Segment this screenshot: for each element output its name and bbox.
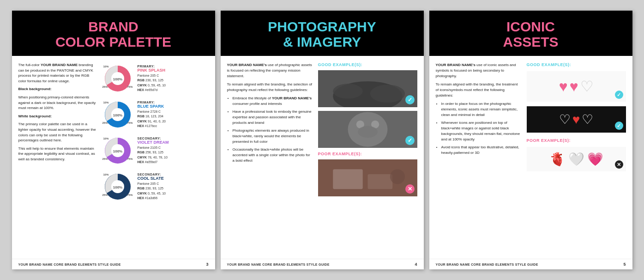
iconic-bullet-2: Whenever icons are positioned on top of … xyxy=(441,120,521,142)
bullet-2: Have a professional look to embody the g… xyxy=(233,109,313,126)
check-overlay-2: ✓ xyxy=(615,122,623,130)
color-cool-slate: 100% 10% 25% 75% SECONDARY: COOL SLATE P… xyxy=(102,170,209,203)
page-3-left-text: YOUR BRAND NAME's use of iconic assets a… xyxy=(436,62,521,252)
check-badge-1: ✓ xyxy=(405,95,415,104)
pie-pink: 100% 10% 25% 75% xyxy=(102,62,134,95)
color-info-slate: SECONDARY: COOL SLATE Pantone 205 C RGB … xyxy=(138,173,209,201)
good-label-2: GOOD EXAMPLE(S): xyxy=(318,62,417,67)
page-num-1: 3 xyxy=(206,262,208,267)
page-2-title: PHOTOGRAPHY& IMAGERY xyxy=(230,19,415,49)
heart-red-icon: ♥ xyxy=(572,112,580,127)
page-num-2: 4 xyxy=(415,262,417,267)
page-2-header: PHOTOGRAPHY& IMAGERY xyxy=(221,11,424,56)
pie-label-10b: 10% xyxy=(103,101,109,104)
pie-label-25b: 25% xyxy=(102,122,108,124)
iconic-bullets: In order to place focus on the photograp… xyxy=(441,101,521,156)
photo-cat: ✓ xyxy=(318,111,417,148)
color-name-slate: COOL SLATE xyxy=(138,176,209,181)
pie-label-25c: 25% xyxy=(102,158,108,160)
poor-examples-label-3: POOR EXAMPLE(S): xyxy=(527,138,626,144)
color-blue-spark: 100% 10% 25% 75% PRIMARY: BLUE SPARK Pan… xyxy=(102,98,209,131)
good-hearts-block: ♥ ♥ ♡ ✓ xyxy=(527,71,626,102)
color-name-blue: BLUE SPARK xyxy=(138,104,209,109)
photo-table-block: ✕ xyxy=(318,159,417,196)
bullet-1: Embrace the lifestyle of YOUR BRAND NAME… xyxy=(233,96,313,107)
pie-label-10c: 10% xyxy=(103,137,109,140)
page-num-3: 5 xyxy=(623,262,626,267)
dark-hearts-block: ♡ ♥ ♡ ✓ xyxy=(527,106,626,133)
pie-label-75: 75% xyxy=(127,85,132,88)
color-info-violet: SECONDARY: VIOLET DREAM Pantone 2105 C R… xyxy=(138,137,209,165)
svg-text:100%: 100% xyxy=(113,185,122,189)
svg-rect-22 xyxy=(333,169,363,189)
color-violet-dream: 100% 10% 25% 75% SECONDARY: VIOLET DREAM… xyxy=(102,134,209,167)
svg-point-20 xyxy=(358,126,378,138)
page-2-body: YOUR BRAND NAME's use of photographic as… xyxy=(221,56,424,259)
page-3-body: YOUR BRAND NAME's use of iconic assets a… xyxy=(429,56,632,259)
color-label-primary-2: PRIMARY: xyxy=(138,101,209,104)
pages-container: BRAND COLOR PALETTE The full-color YOUR … xyxy=(12,11,632,269)
iconic-para2: To remain aligned with the branding, the… xyxy=(436,82,521,98)
svg-point-24 xyxy=(390,169,404,184)
page-3-header: ICONICASSETS xyxy=(429,11,632,56)
color-details-blue: Pantone 2728 C RGB 18, 123, 204 CMYK 91,… xyxy=(138,110,209,129)
black-bg-text: When positioning primary-colored element… xyxy=(18,95,97,111)
photo-hands-block: ✓ xyxy=(318,70,417,107)
footer-text-1: YOUR BRAND NAME CORE BRAND ELEMENTS STYL… xyxy=(18,263,121,266)
page-3: ICONICASSETS YOUR BRAND NAME's use of ic… xyxy=(429,11,632,269)
x-badge-1: ✕ xyxy=(405,184,415,194)
footer-text-3: YOUR BRAND NAME CORE BRAND ELEMENTS STYL… xyxy=(436,263,538,266)
poor-examples-label-2: POOR EXAMPLE(S): xyxy=(318,152,417,158)
page-3-footer: YOUR BRAND NAME CORE BRAND ELEMENTS STYL… xyxy=(429,259,632,269)
good-examples-label-3: GOOD EXAMPLE(S): xyxy=(527,62,626,68)
page-3-title: ICONICASSETS xyxy=(439,19,623,49)
color-name-pink: PINK SPLASH xyxy=(138,68,209,73)
color-label-secondary-1: SECONDARY: xyxy=(138,137,209,140)
black-bg-title: Black background: xyxy=(18,86,97,92)
iconic-intro: YOUR BRAND NAME's use of iconic assets a… xyxy=(436,62,521,79)
svg-rect-23 xyxy=(367,174,392,189)
heart-white-icon-2: ♡ xyxy=(582,112,593,127)
pie-violet: 100% 10% 25% 75% xyxy=(102,134,134,167)
page-2: PHOTOGRAPHY& IMAGERY YOUR BRAND NAME's u… xyxy=(221,11,424,269)
pie-label-10: 10% xyxy=(103,65,109,68)
color-swatches: 100% 10% 25% 75% PRIMARY: PINK SPLASH Pa… xyxy=(102,62,209,252)
heart-outline-icon: ♡ xyxy=(580,78,594,95)
iconic-bullet-3: Avoid icons that appear too illustrative… xyxy=(441,145,521,156)
heart-solid-icon-1: ♥ xyxy=(559,78,568,95)
page-2-right: GOOD EXAMPLE(S): ✓ xyxy=(318,62,417,252)
detailed-icon-2: 🤍 xyxy=(568,152,584,167)
poor-label-2: POOR EXAMPLE(S): xyxy=(318,152,417,156)
page-3-right: GOOD EXAMPLE(S): ♥ ♥ ♡ ✓ ♡ ♥ ♡ ✓ PO xyxy=(527,62,626,252)
photography-intro: YOUR BRAND NAME's use of photographic as… xyxy=(227,62,313,79)
color-details-pink: Pantone 205 C RGB 230, 93, 125 CMYK 0, 5… xyxy=(138,73,209,93)
detailed-icon-3: 💗 xyxy=(587,152,603,167)
heart-solid-icon-2: ♥ xyxy=(570,78,578,95)
color-name-violet: VIOLET DREAM xyxy=(138,140,209,145)
good-label-3: GOOD EXAMPLE(S): xyxy=(527,62,626,67)
poor-icons-block: 🫀 🤍 💗 ✕ xyxy=(527,147,626,171)
color-label-secondary-2: SECONDARY: xyxy=(138,173,209,176)
page-1-title: BRAND COLOR PALETTE xyxy=(21,19,206,49)
page-1-footer: YOUR BRAND NAME CORE BRAND ELEMENTS STYL… xyxy=(12,259,215,269)
pie-slate: 100% 10% 25% 75% xyxy=(102,170,134,203)
svg-text:100%: 100% xyxy=(113,77,122,81)
photography-bullets: Embrace the lifestyle of YOUR BRAND NAME… xyxy=(233,96,313,164)
color-label-primary-1: PRIMARY: xyxy=(138,65,209,68)
pie-label-75d: 75% xyxy=(127,194,132,196)
page-1-left-text: The full-color YOUR BRAND NAME branding … xyxy=(18,62,97,252)
footer-text-2: YOUR BRAND NAME CORE BRAND ELEMENTS STYL… xyxy=(227,263,330,266)
pie-label-75b: 75% xyxy=(127,122,132,124)
svg-text:100%: 100% xyxy=(113,149,122,153)
pie-label-25: 25% xyxy=(102,85,108,88)
color-details-violet: Pantone 2105 C RGB 256, 93, 125 CMYK 78,… xyxy=(138,146,209,165)
svg-point-15 xyxy=(370,85,404,103)
color-info-pink: PRIMARY: PINK SPLASH Pantone 205 C RGB 2… xyxy=(138,65,209,93)
photo-table: ✕ xyxy=(318,159,417,196)
detailed-icon-1: 🫀 xyxy=(549,152,566,167)
heart-white-icon-1: ♡ xyxy=(559,112,571,127)
pie-label-25d: 25% xyxy=(102,194,108,196)
x-overlay-1: ✕ xyxy=(615,160,623,169)
bullet-3: Photographic elements are always produce… xyxy=(233,128,313,145)
good-examples-label-2: GOOD EXAMPLE(S): xyxy=(318,62,417,68)
